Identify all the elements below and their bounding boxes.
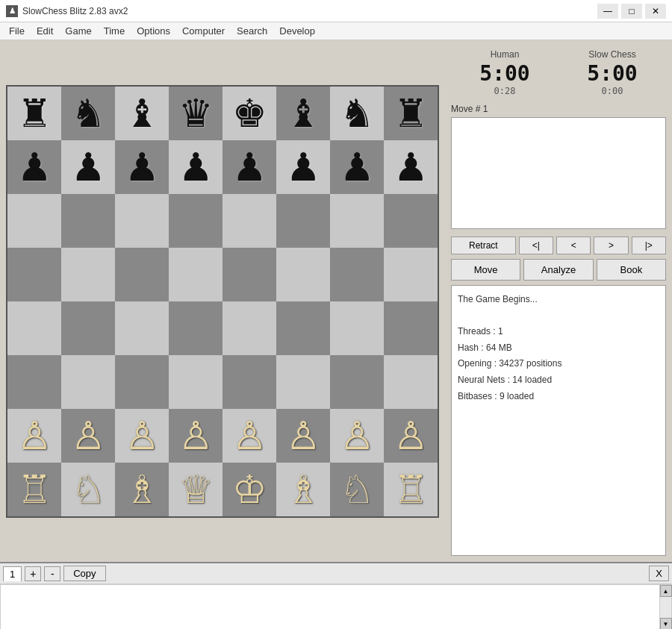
board-cell[interactable]: ♚ [223,87,276,140]
menu-computer[interactable]: Computer [176,24,231,38]
board-cell[interactable] [384,301,438,355]
board-cell[interactable] [115,355,169,409]
board-cell[interactable]: ♘ [330,463,384,516]
menu-options[interactable]: Options [131,24,176,38]
book-button[interactable]: Book [597,259,666,281]
board-cell[interactable]: ♙ [7,409,61,463]
board-cell[interactable] [330,194,384,248]
board-cell[interactable]: ♙ [169,409,223,463]
board-cell[interactable] [61,355,115,409]
nav-last-button[interactable]: |> [632,237,666,254]
menu-search[interactable]: Search [231,24,273,38]
board-cell[interactable]: ♜ [7,87,61,140]
retract-button[interactable]: Retract [451,237,516,254]
board-cell[interactable] [223,355,276,409]
tab-add-button[interactable]: + [25,566,41,581]
board-cell[interactable]: ♟ [61,140,115,194]
black-piece: ♜ [393,94,429,133]
menu-time[interactable]: Time [98,24,131,38]
board-cell[interactable]: ♕ [169,463,223,516]
board-cell[interactable] [169,355,223,409]
computer-sub: 0:00 [587,86,637,96]
tab-remove-button[interactable]: - [44,566,60,581]
black-piece: ♞ [71,94,106,133]
board-cell[interactable] [223,301,276,355]
board-cell[interactable]: ♙ [223,409,276,463]
board-cell[interactable] [115,194,169,248]
board-cell[interactable] [61,248,115,301]
board-cell[interactable]: ♙ [276,409,330,463]
maximize-button[interactable]: □ [621,4,642,19]
board-cell[interactable]: ♟ [169,140,223,194]
minimize-button[interactable]: — [597,4,618,19]
human-label: Human [479,49,529,60]
move-button[interactable]: Move [451,259,520,281]
board-cell[interactable] [7,194,61,248]
board-cell[interactable]: ♝ [276,87,330,140]
board-cell[interactable]: ♔ [223,463,276,516]
board-cell[interactable] [7,301,61,355]
board-cell[interactable] [330,248,384,301]
board-cell[interactable]: ♛ [169,87,223,140]
scrollbar-vertical[interactable]: ▲ ▼ [659,585,671,629]
tab-copy-button[interactable]: Copy [63,566,105,581]
white-piece: ♙ [17,416,52,455]
board-cell[interactable] [384,355,438,409]
title-bar-controls[interactable]: — □ ✕ [597,4,666,19]
board-cell[interactable]: ♗ [115,463,169,516]
close-button[interactable]: ✕ [645,4,666,19]
chess-board[interactable]: ♜♞♝♛♚♝♞♜♟♟♟♟♟♟♟♟♙♙♙♙♙♙♙♙♖♘♗♕♔♗♘♖ [6,85,439,518]
board-cell[interactable]: ♞ [61,87,115,140]
nav-first-button[interactable]: <| [519,237,553,254]
board-cell[interactable] [61,301,115,355]
board-cell[interactable] [276,248,330,301]
board-cell[interactable] [276,301,330,355]
board-cell[interactable] [61,194,115,248]
board-cell[interactable]: ♟ [276,140,330,194]
board-cell[interactable] [115,248,169,301]
board-cell[interactable]: ♙ [384,409,438,463]
board-cell[interactable] [330,355,384,409]
board-cell[interactable] [169,301,223,355]
board-cell[interactable]: ♞ [330,87,384,140]
board-cell[interactable]: ♖ [384,463,438,516]
board-cell[interactable]: ♗ [276,463,330,516]
board-cell[interactable]: ♟ [7,140,61,194]
scroll-up-arrow[interactable]: ▲ [660,585,672,597]
menu-edit[interactable]: Edit [31,24,59,38]
board-cell[interactable]: ♟ [384,140,438,194]
board-cell[interactable] [384,194,438,248]
board-cell[interactable] [223,194,276,248]
board-cell[interactable] [115,301,169,355]
board-cell[interactable] [276,355,330,409]
board-cell[interactable]: ♘ [61,463,115,516]
tab-close-button[interactable]: X [649,566,669,581]
board-cell[interactable]: ♜ [384,87,438,140]
board-cell[interactable]: ♟ [223,140,276,194]
board-cell[interactable]: ♟ [330,140,384,194]
menu-file[interactable]: File [3,24,31,38]
menu-develop[interactable]: Develop [273,24,321,38]
black-piece: ♟ [71,148,106,187]
board-cell[interactable]: ♙ [115,409,169,463]
tab-number[interactable]: 1 [3,566,22,581]
board-cell[interactable]: ♙ [61,409,115,463]
board-cell[interactable] [384,248,438,301]
nav-prev-button[interactable]: < [556,237,591,254]
board-cell[interactable] [169,248,223,301]
scroll-down-arrow[interactable]: ▼ [660,618,672,629]
board-cell[interactable] [7,355,61,409]
board-cell[interactable] [330,301,384,355]
menu-game[interactable]: Game [59,24,97,38]
board-cell[interactable]: ♖ [7,463,61,516]
board-cell[interactable]: ♝ [115,87,169,140]
nav-next-button[interactable]: > [594,237,628,254]
board-cell[interactable]: ♙ [330,409,384,463]
board-cell[interactable] [169,194,223,248]
board-cell[interactable] [7,248,61,301]
white-piece: ♙ [286,416,321,455]
analyze-button[interactable]: Analyze [523,259,593,281]
board-cell[interactable]: ♟ [115,140,169,194]
board-cell[interactable] [276,194,330,248]
board-cell[interactable] [223,248,276,301]
